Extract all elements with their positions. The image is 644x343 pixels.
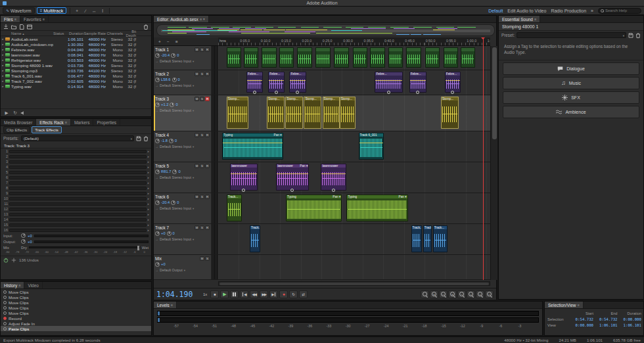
disclosure-icon[interactable]: ▸	[1, 58, 5, 62]
record-arm-button[interactable]: R	[205, 194, 210, 199]
effect-slot[interactable]: 16▸	[1, 227, 151, 233]
pause-button[interactable]	[230, 290, 239, 298]
track-header[interactable]: Track 4MSR-1.80→Default Stereo Input▾	[154, 131, 212, 162]
power-icon[interactable]	[3, 258, 9, 263]
panel-menu-icon[interactable]: ≡	[578, 303, 580, 307]
slot-arrow-icon[interactable]: ▸	[148, 187, 149, 190]
panel-menu-icon[interactable]: ≡	[43, 17, 45, 21]
effect-slot[interactable]: 14▸	[1, 217, 151, 222]
track-name[interactable]: Track 5	[155, 164, 193, 168]
playhead[interactable]	[483, 37, 484, 280]
file-row[interactable]: ▸lawnmower.wav0:08.04148000 HzMono32 (f	[1, 52, 151, 57]
audio-clip[interactable]: lawnmower	[230, 164, 258, 191]
effect-slot-well[interactable]	[9, 160, 147, 164]
effect-slot[interactable]: 13▸	[1, 212, 151, 217]
track-options-icon[interactable]: ≡	[173, 38, 180, 45]
slot-arrow-icon[interactable]: ▸	[148, 160, 149, 164]
disclosure-icon[interactable]: ▸	[1, 80, 5, 83]
track-lane[interactable]: lawnmowerlawnmowerPan ▾lawnmower	[218, 162, 490, 193]
tab-video[interactable]: Video	[24, 282, 43, 288]
scrollbar-thumb[interactable]	[492, 47, 497, 139]
history-entry[interactable]: Record	[1, 315, 151, 321]
timeline-ruler[interactable]: hms 0:05.00:10.00:15.00:20.00:25.00:30.0…	[218, 37, 490, 46]
tab-properties[interactable]: Properties	[93, 119, 120, 126]
volume-knob[interactable]	[155, 103, 160, 107]
slot-arrow-icon[interactable]: ▸	[148, 181, 149, 185]
time-selection-tool[interactable]: I	[99, 7, 106, 14]
timebase-label[interactable]: hms	[219, 39, 226, 43]
file-row[interactable]: ▸AudioLab_mixdown.mp31:30.09248000 HzSte…	[1, 41, 151, 47]
track-lane[interactable]: TypingPan ▾Track 6_001	[218, 131, 490, 162]
record-button[interactable]: ●	[279, 290, 288, 298]
preset-select[interactable]: (Default)	[21, 135, 134, 141]
audio-clip[interactable]: Track...	[227, 194, 242, 221]
track-lane[interactable]	[218, 255, 490, 279]
mix-slider-thumb[interactable]	[137, 246, 139, 250]
track-name[interactable]: Track 2	[155, 72, 193, 76]
slot-arrow-icon[interactable]: ▸	[148, 176, 149, 179]
tab-editor[interactable]: Editor: AudioLab.sesx≡▾	[154, 16, 209, 22]
play-preview-button[interactable]: ▶	[3, 110, 10, 116]
track-name[interactable]: Mix	[155, 256, 198, 261]
trash-icon[interactable]	[143, 24, 149, 30]
mute-button[interactable]: M	[195, 72, 199, 76]
track-io-select[interactable]: →Default Stereo Input▾	[155, 175, 210, 180]
audio-clip[interactable]: lawnmower	[321, 164, 346, 191]
waveform-view-button[interactable]: ∿Waveform	[3, 7, 35, 14]
disclosure-icon[interactable]: ▸	[1, 48, 5, 51]
slot-arrow-icon[interactable]: ▸	[148, 192, 149, 195]
tab-selection-view[interactable]: Selection/View≡	[545, 302, 584, 308]
volume-knob[interactable]	[155, 170, 160, 174]
audio-clip[interactable]: Stomp...	[227, 97, 248, 129]
save-preset-icon[interactable]	[136, 136, 141, 141]
track-io-select[interactable]: →Default Stereo Input▾	[155, 58, 210, 64]
clip-gain-icon[interactable]	[275, 91, 278, 94]
file-row[interactable]: ▸AudioLab.sesx1:06.10148000 HzStereo32 (…	[1, 36, 151, 41]
track-effects-button[interactable]: Track Effects	[32, 126, 62, 133]
volume-knob[interactable]	[155, 78, 160, 82]
audio-clip[interactable]: Febre...	[445, 72, 461, 93]
mix-slider[interactable]	[29, 246, 140, 248]
mute-button[interactable]: M	[195, 164, 199, 168]
track-header[interactable]: Track 6MSR-20.40→Default Stereo Input▾	[154, 193, 212, 223]
zoom-selection-end-button[interactable]: ›	[476, 290, 484, 298]
add-track-icon[interactable]: +	[156, 38, 163, 45]
effect-slot[interactable]: 10▸	[1, 196, 151, 201]
output-gain-knob[interactable]	[21, 239, 26, 244]
move-tool[interactable]: +	[74, 7, 80, 14]
tag-ambience-button[interactable]: Ambience	[503, 106, 639, 118]
record-arm-button[interactable]: R	[205, 225, 210, 230]
file-row[interactable]: ▸Refrigerator.wav0:03.50348000 HzMono32 …	[1, 57, 151, 62]
audio-clip[interactable]: Febre...	[289, 72, 306, 93]
track-lane[interactable]: Track...Track...Track...Track...	[218, 224, 490, 254]
slot-arrow-icon[interactable]: ▸	[148, 202, 149, 206]
solo-button[interactable]: S	[205, 256, 210, 261]
effect-slot[interactable]: 6▸	[1, 175, 151, 180]
solo-button[interactable]: S	[200, 72, 204, 76]
audio-clip[interactable]: Febre...	[268, 72, 285, 93]
effect-slot-well[interactable]	[9, 150, 147, 153]
vertical-scrollbar[interactable]	[490, 46, 497, 280]
audio-clip[interactable]: Stomp...	[441, 97, 459, 129]
workspace-radio-production[interactable]: Radio Production	[551, 9, 586, 13]
track-name[interactable]: Track 1	[155, 47, 193, 52]
track-name[interactable]: Track 7	[155, 225, 193, 230]
minimize-tracks-icon[interactable]: −	[165, 38, 172, 45]
slot-arrow-icon[interactable]: ▸	[148, 155, 149, 158]
audio-clip[interactable]	[262, 47, 276, 68]
clip-gain-icon[interactable]	[387, 91, 390, 94]
tab-files[interactable]: Files≡	[1, 16, 20, 22]
mute-button[interactable]: M	[200, 256, 204, 261]
tab-media-browser[interactable]: Media Browser	[1, 119, 36, 126]
slot-arrow-icon[interactable]: ▸	[148, 229, 149, 232]
track-name[interactable]: Track 6	[155, 194, 193, 199]
audio-clip[interactable]: TypingPan ▾	[286, 194, 342, 221]
pan-knob[interactable]	[172, 78, 177, 82]
zoom-out-time-button[interactable]: −	[439, 290, 448, 298]
audio-clip[interactable]: Track...	[433, 225, 448, 252]
disclosure-icon[interactable]: ▸	[1, 69, 5, 72]
pre-render-icon[interactable]	[11, 258, 16, 263]
delete-preset-icon[interactable]	[143, 136, 149, 141]
open-folder-icon[interactable]	[11, 24, 16, 30]
zoom-in-amplitude-button[interactable]: +	[448, 290, 457, 298]
